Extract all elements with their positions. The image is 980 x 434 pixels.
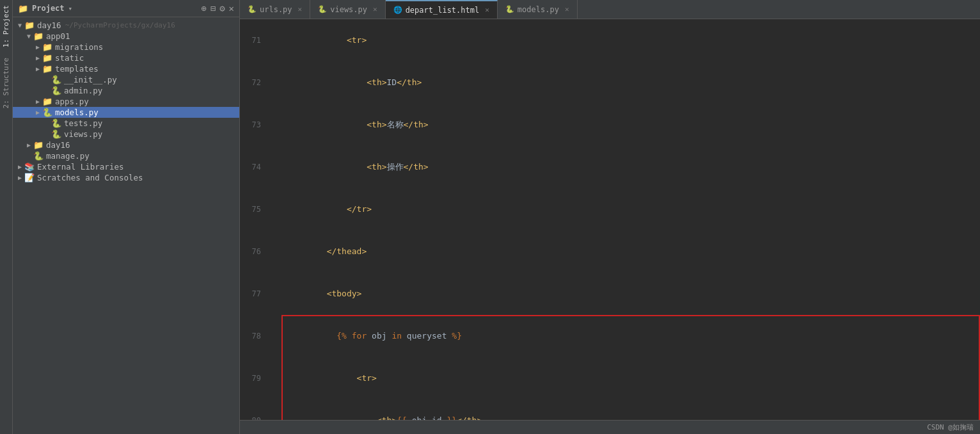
label-views: views.py bbox=[64, 129, 102, 139]
folder-icon: 📁 bbox=[18, 4, 28, 13]
tab-depart-list[interactable]: 🌐 depart_list.html ✕ bbox=[386, 0, 498, 19]
label-app01: app01 bbox=[46, 31, 70, 41]
label-external: External Libraries bbox=[37, 162, 123, 172]
label-scratches: Scratches and Consoles bbox=[37, 173, 143, 182]
status-bar: CSDN @如掬瑞 bbox=[240, 420, 980, 434]
arrow-scratches: ▶ bbox=[15, 174, 24, 181]
line-content-79: <tr> bbox=[281, 357, 980, 399]
label-init: __init__.py bbox=[64, 75, 117, 84]
tree-item-app01[interactable]: ▼ 📁 app01 bbox=[13, 31, 239, 42]
arrow-migrations: ▶ bbox=[33, 44, 42, 51]
sidebar-header-icons: ⊕ ⊟ ⚙ ✕ bbox=[201, 3, 234, 13]
file-tree: ▼ 📁 day16 ~/PycharmProjects/gx/day16 ▼ 📁… bbox=[13, 17, 239, 186]
code-line-76: 76 </thead> bbox=[240, 230, 980, 273]
tab-close-models[interactable]: ✕ bbox=[565, 5, 569, 13]
arrow-external: ▶ bbox=[15, 163, 24, 170]
sidebar-header: 📁 Project ▾ ⊕ ⊟ ⚙ ✕ bbox=[13, 0, 239, 17]
tab-urls[interactable]: 🐍 urls.py ✕ bbox=[240, 0, 310, 19]
tab-close-urls[interactable]: ✕ bbox=[298, 5, 303, 13]
code-line-78: 78 {% for obj in queryset %} bbox=[240, 315, 980, 357]
line-num-77: 77 bbox=[240, 289, 269, 298]
tab-close-depart-list[interactable]: ✕ bbox=[485, 6, 489, 14]
highlighted-block: 78 {% for obj in queryset %} 79 <tr> 80 bbox=[240, 315, 980, 420]
tab-models[interactable]: 🐍 models.py ✕ bbox=[498, 0, 578, 19]
label-tests: tests.py bbox=[64, 118, 102, 128]
tree-item-day16sub[interactable]: ▶ 📁 day16 bbox=[13, 140, 239, 150]
tab-label-urls: urls.py bbox=[260, 5, 292, 14]
code-editor[interactable]: 71 <tr> 72 <th>ID</th> 73 <th>名称</th> bbox=[240, 19, 980, 420]
tree-item-day16[interactable]: ▼ 📁 day16 ~/PycharmProjects/gx/day16 bbox=[13, 20, 239, 31]
tab-close-views[interactable]: ✕ bbox=[373, 5, 377, 13]
sidebar-project-title: Project bbox=[32, 4, 65, 13]
close-icon[interactable]: ✕ bbox=[229, 3, 234, 13]
label-apps: apps.py bbox=[55, 97, 89, 106]
tree-item-apps[interactable]: ▶ 📁 apps.py bbox=[13, 96, 239, 107]
code-line-74: 74 <th>操作</th> bbox=[240, 146, 980, 188]
folder-icon-static: 📁 bbox=[42, 53, 52, 63]
line-num-78: 78 bbox=[240, 332, 269, 341]
tree-item-views[interactable]: ▶ 🐍 views.py bbox=[13, 129, 239, 140]
arrow-day16: ▼ bbox=[15, 22, 24, 29]
line-content-80: <th>{{ obj.id }}</th> bbox=[281, 399, 980, 420]
line-num-76: 76 bbox=[240, 247, 269, 256]
tab-icon-models: 🐍 bbox=[505, 5, 514, 13]
settings-icon[interactable]: ⚙ bbox=[219, 3, 225, 13]
editor-area: 🐍 urls.py ✕ 🐍 views.py ✕ 🌐 depart_list.h… bbox=[240, 0, 980, 434]
collapse-icon[interactable]: ⊟ bbox=[210, 3, 216, 13]
scratches-icon: 📝 bbox=[24, 173, 35, 182]
code-line-75: 75 </tr> bbox=[240, 188, 980, 230]
folder-icon-day16sub: 📁 bbox=[33, 140, 43, 150]
tree-item-init[interactable]: ▶ 🐍 __init__.py bbox=[13, 74, 239, 85]
sidebar: 📁 Project ▾ ⊕ ⊟ ⚙ ✕ ▼ 📁 day16 ~/PycharmP… bbox=[13, 0, 240, 434]
line-content-71: <tr> bbox=[281, 19, 980, 61]
arrow-apps: ▶ bbox=[33, 98, 42, 105]
tree-item-static[interactable]: ▶ 📁 static bbox=[13, 52, 239, 63]
folder-icon-apps-parent: 📁 bbox=[42, 97, 52, 106]
tab-icon-depart-list: 🌐 bbox=[393, 6, 402, 14]
label-manage: manage.py bbox=[46, 151, 90, 161]
arrow-models: ▶ bbox=[33, 109, 42, 116]
folder-icon-app01: 📁 bbox=[33, 31, 43, 41]
code-line-71: 71 <tr> bbox=[240, 19, 980, 61]
python-icon-models: 🐍 bbox=[42, 108, 52, 117]
tree-item-admin[interactable]: ▶ 🐍 admin.py bbox=[13, 85, 239, 96]
tree-item-manage[interactable]: ▶ 🐍 manage.py bbox=[13, 150, 239, 161]
line-num-71: 71 bbox=[240, 36, 269, 45]
tree-item-external[interactable]: ▶ 📚 External Libraries bbox=[13, 161, 239, 172]
code-line-72: 72 <th>ID</th> bbox=[240, 61, 980, 104]
status-label: CSDN @如掬瑞 bbox=[927, 422, 974, 432]
vertical-tabs: 1: Project 2: Structure bbox=[0, 0, 13, 434]
tab-project[interactable]: 1: Project bbox=[0, 0, 12, 52]
line-content-74: <th>操作</th> bbox=[281, 146, 980, 188]
tab-views[interactable]: 🐍 views.py ✕ bbox=[310, 0, 385, 19]
line-content-78: {% for obj in queryset %} bbox=[281, 315, 980, 357]
tree-item-scratches[interactable]: ▶ 📝 Scratches and Consoles bbox=[13, 172, 239, 183]
tab-icon-urls: 🐍 bbox=[248, 5, 257, 13]
folder-icon-day16: 📁 bbox=[24, 20, 35, 30]
sidebar-dropdown-icon[interactable]: ▾ bbox=[68, 4, 73, 13]
tree-item-templates[interactable]: ▶ 📁 templates bbox=[13, 63, 239, 74]
locate-icon[interactable]: ⊕ bbox=[201, 3, 206, 13]
code-line-73: 73 <th>名称</th> bbox=[240, 104, 980, 146]
arrow-static: ▶ bbox=[33, 54, 42, 61]
python-icon-init: 🐍 bbox=[51, 75, 61, 84]
code-line-80: 80 <th>{{ obj.id }}</th> bbox=[240, 399, 980, 420]
label-day16: day16 bbox=[37, 20, 61, 30]
label-migrations: migrations bbox=[55, 42, 103, 52]
tree-item-migrations[interactable]: ▶ 📁 migrations bbox=[13, 42, 239, 52]
tab-structure[interactable]: 2: Structure bbox=[0, 52, 12, 113]
tree-item-tests[interactable]: ▶ 🐍 tests.py bbox=[13, 118, 239, 129]
line-content-75: </tr> bbox=[281, 188, 980, 230]
folder-icon-templates: 📁 bbox=[42, 64, 52, 74]
tree-item-models[interactable]: ▶ 🐍 models.py bbox=[13, 107, 239, 118]
python-icon-tests: 🐍 bbox=[51, 118, 61, 128]
line-num-79: 79 bbox=[240, 374, 269, 383]
code-line-77: 77 <tbody> bbox=[240, 273, 980, 315]
folder-icon-migrations: 📁 bbox=[42, 42, 52, 52]
line-content-73: <th>名称</th> bbox=[281, 104, 980, 146]
label-templates: templates bbox=[55, 64, 99, 74]
python-icon-admin: 🐍 bbox=[51, 86, 61, 95]
line-num-75: 75 bbox=[240, 205, 269, 214]
ext-icon: 📚 bbox=[24, 162, 35, 172]
tab-label-models: models.py bbox=[518, 5, 559, 14]
